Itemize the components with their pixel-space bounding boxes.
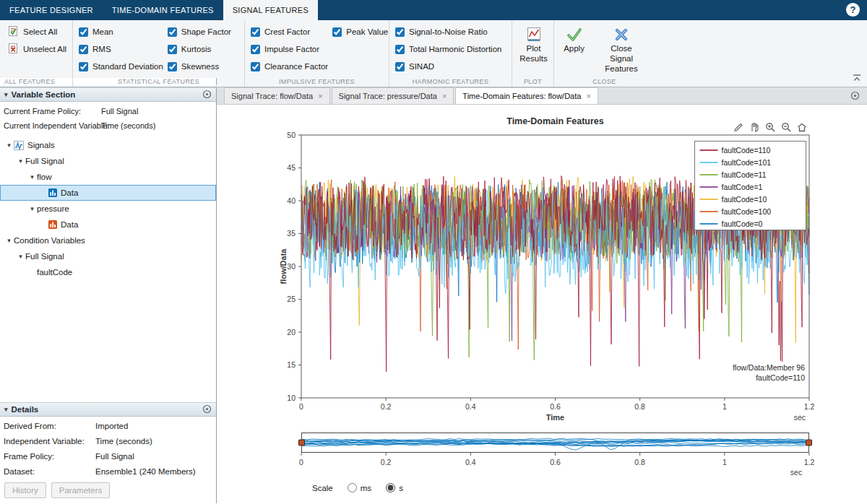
total-harmonic-distortion-checkbox-input[interactable] (395, 45, 405, 54)
parameters-button[interactable]: Parameters (51, 482, 110, 498)
close-section-label: CLOSE (554, 78, 655, 85)
crest-factor-checkbox-input[interactable] (251, 27, 260, 37)
document-tab-label: Time-Domain Features: flow/Data (462, 92, 581, 100)
close-signal-features-button[interactable]: CloseSignal Features (592, 23, 650, 77)
variable-section-header[interactable]: ▾ Variable Section (0, 87, 216, 102)
close-tab-icon[interactable]: × (586, 92, 590, 100)
expander-icon[interactable]: ▾ (4, 237, 14, 244)
checkbox-total-harmonic-distortion[interactable]: Total Harmonic Distortion (395, 40, 501, 58)
skewness-checkbox-input[interactable] (168, 62, 177, 71)
content-area: ▾ Variable Section Current Frame Policy:… (0, 87, 867, 503)
checkbox-rms[interactable]: RMS (79, 40, 163, 58)
checkbox-skewness[interactable]: Skewness (168, 58, 231, 75)
panner-left-handle[interactable] (299, 440, 305, 446)
panel-menu-icon[interactable] (202, 404, 212, 415)
pan-icon[interactable] (747, 120, 761, 134)
close-tab-icon[interactable]: × (318, 92, 322, 100)
apply-button[interactable]: Apply (560, 23, 588, 77)
expander-icon[interactable]: ▾ (27, 173, 37, 181)
tree-item-pressure-data[interactable]: Data (0, 217, 216, 233)
scale-radio-s[interactable] (386, 483, 395, 492)
tree-item-pressure[interactable]: ▾pressure (0, 201, 216, 217)
svg-text:0.2: 0.2 (381, 402, 392, 411)
svg-text:0.8: 0.8 (634, 458, 645, 466)
info-label: Current Frame Policy: (0, 107, 101, 116)
expander-icon[interactable]: ▾ (4, 142, 14, 149)
clearance-factor-checkbox-input[interactable] (251, 62, 260, 71)
svg-text:45: 45 (287, 163, 296, 172)
checkbox-shape-factor[interactable]: Shape Factor (168, 23, 231, 40)
document-tab-signal-trace-pressure-data[interactable]: Signal Trace: pressure/Data× (332, 87, 454, 104)
tree-item-signals[interactable]: ▾Signals (0, 137, 216, 153)
tree-item-flow-data[interactable]: Data (0, 185, 216, 201)
total-harmonic-distortion-checkbox-label: Total Harmonic Distortion (409, 45, 501, 53)
expander-icon[interactable]: ▾ (27, 205, 37, 212)
scale-option-s[interactable]: s (386, 483, 403, 492)
time-domain-features-chart[interactable]: Time-Domain Features00.20.40.60.811.2101… (217, 105, 866, 427)
restore-view-icon[interactable] (795, 120, 808, 134)
expander-icon[interactable]: ▾ (16, 157, 25, 165)
shape-factor-checkbox-input[interactable] (168, 27, 177, 37)
legend[interactable]: faultCode=110faultCode=101faultCode=11fa… (695, 142, 806, 230)
svg-text:faultCode=100: faultCode=100 (722, 207, 772, 216)
peak-value-checkbox-input[interactable] (332, 27, 342, 37)
impulse-factor-checkbox-input[interactable] (251, 45, 260, 54)
toolstrip-tab-signal-features[interactable]: SIGNAL FEATURES (223, 0, 318, 20)
tree-item-cv-full-signal[interactable]: ▾Full Signal (0, 248, 216, 264)
edit-plot-icon[interactable] (731, 120, 745, 134)
checkbox-standard-deviation[interactable]: Standard Deviation (79, 58, 163, 75)
rms-checkbox-input[interactable] (79, 45, 88, 54)
unselect-all-button[interactable]: Unselect All (6, 40, 68, 58)
toolstrip-tab-time-domain-features[interactable]: TIME-DOMAIN FEATURES (103, 0, 223, 20)
collapse-arrow-icon[interactable]: ▾ (4, 91, 8, 98)
checkbox-peak-value[interactable]: Peak Value (332, 23, 388, 40)
tree-item-label: Signals (27, 141, 55, 149)
close-signal-features-label: Signal Features (592, 54, 650, 74)
tree-item-signals-full-signal[interactable]: ▾Full Signal (0, 153, 216, 169)
sinad-checkbox-input[interactable] (395, 62, 405, 71)
close-tab-icon[interactable]: × (442, 92, 447, 100)
checkbox-mean[interactable]: Mean (79, 23, 163, 40)
select-all-button[interactable]: Select All (6, 23, 68, 40)
signal-to-noise-ratio-checkbox-input[interactable] (395, 27, 405, 37)
help-icon[interactable]: ? (846, 3, 860, 17)
kurtosis-checkbox-input[interactable] (168, 45, 177, 54)
scale-option-ms[interactable]: ms (348, 483, 371, 492)
scale-radio-ms[interactable] (348, 483, 357, 492)
expander-icon[interactable]: ▾ (16, 253, 25, 260)
panner-right-handle[interactable] (806, 440, 812, 446)
clearance-factor-checkbox-label: Clearance Factor (264, 62, 328, 71)
svg-text:0: 0 (299, 402, 303, 411)
panner-strip[interactable]: 00.20.40.60.811.2sec (301, 433, 816, 483)
collapse-toolstrip-icon[interactable] (853, 74, 861, 84)
checkbox-sinad[interactable]: SINAD (395, 58, 501, 75)
zoom-out-icon[interactable] (779, 120, 793, 134)
checkbox-clearance-factor[interactable]: Clearance Factor (251, 58, 328, 75)
details-label: Dataset: (0, 467, 95, 476)
checkbox-kurtosis[interactable]: Kurtosis (168, 40, 231, 58)
checkbox-crest-factor[interactable]: Crest Factor (251, 23, 328, 40)
document-tab-signal-trace-flow-data[interactable]: Signal Trace: flow/Data× (224, 87, 330, 104)
plot-results-button[interactable]: PlotResults (518, 23, 549, 77)
document-tab-time-domain-features-flow-data[interactable]: Time-Domain Features: flow/Data× (455, 87, 598, 104)
checkbox-signal-to-noise-ratio[interactable]: Signal-to-Noise Ratio (395, 23, 501, 40)
mean-checkbox-input[interactable] (79, 27, 88, 37)
svg-text:10: 10 (287, 394, 296, 402)
checkbox-impulse-factor[interactable]: Impulse Factor (251, 40, 328, 58)
details-title: Details (12, 405, 39, 414)
tree-item-condition-variables[interactable]: ▾Condition Variables (0, 233, 216, 248)
tree-item-flow[interactable]: ▾flow (0, 169, 216, 185)
variable-panel: ▾ Variable Section Current Frame Policy:… (0, 87, 217, 503)
collapse-arrow-icon[interactable]: ▾ (4, 406, 8, 413)
tree-item-label: Data (61, 220, 78, 229)
toolstrip-tab-feature-designer[interactable]: FEATURE DESIGNER (0, 0, 103, 20)
svg-text:30: 30 (287, 262, 296, 271)
zoom-in-icon[interactable] (763, 120, 777, 134)
tree-item-faultcode[interactable]: faultCode (0, 264, 216, 280)
tab-overview-icon[interactable] (850, 91, 860, 103)
history-button[interactable]: History (4, 482, 46, 498)
panel-menu-icon[interactable] (202, 90, 212, 100)
standard-deviation-checkbox-input[interactable] (79, 62, 88, 71)
apply-label: Apply (564, 44, 585, 54)
details-header[interactable]: ▾ Details (0, 402, 216, 417)
